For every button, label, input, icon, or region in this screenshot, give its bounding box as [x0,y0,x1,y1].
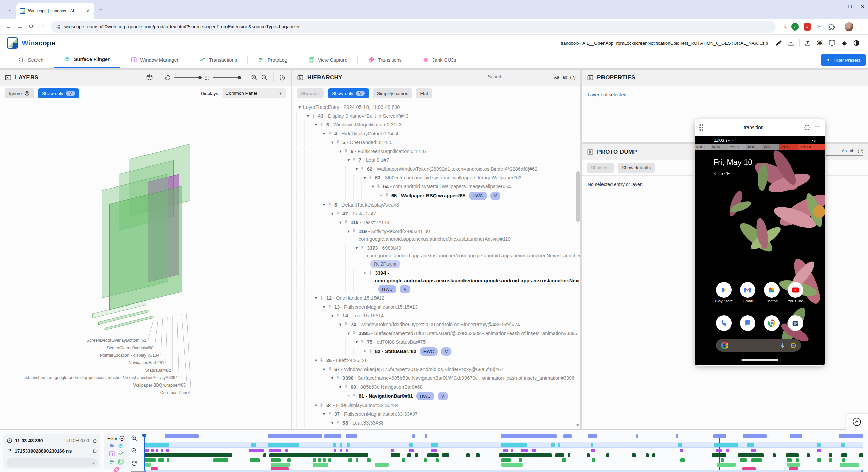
extension-check-icon[interactable]: ✓ [791,23,799,31]
trace-segment-protolog[interactable] [318,458,321,462]
trace-segment-protolog[interactable] [721,458,723,462]
displays-select[interactable]: Common Panel ▼ [222,88,286,98]
simplify-names-button[interactable]: Simplify names [373,88,412,98]
squares-icon[interactable] [118,458,124,465]
pin-icon[interactable] [352,156,359,162]
extension-ff-icon[interactable]: » [804,23,811,31]
trace-segment-screen-recording[interactable] [636,434,638,438]
collapse-panel-icon[interactable] [5,74,12,81]
trace-segment-transactions[interactable] [555,453,564,457]
trace-segment-window-manager[interactable] [716,449,722,452]
new-tab-icon[interactable]: + [99,6,103,13]
trace-segment-surface-flinger[interactable] [817,443,821,447]
regex-icon[interactable]: (.*) [857,149,863,153]
trace-segment-protolog[interactable] [501,458,511,462]
profile-avatar[interactable] [845,22,853,31]
pin-icon[interactable] [319,294,326,300]
trace-segment-window-manager[interactable] [521,449,528,452]
restore-icon[interactable]: ❐ [848,4,852,9]
extensions-puzzle-icon[interactable] [828,23,835,30]
trace-segment-transactions[interactable] [606,453,609,457]
expand-caret-icon[interactable]: ▼ [353,244,360,252]
tree-node[interactable]: ▼13 - FullscreenMagnification:15:15#13 [296,302,579,311]
trace-segment-surface-flinger[interactable] [145,443,169,447]
dark-mode-icon[interactable] [850,38,863,48]
tab-search[interactable]: Search [8,52,54,68]
expand-caret-icon[interactable]: ▼ [353,338,360,346]
pin-icon[interactable] [352,330,359,335]
expand-caret-icon[interactable]: ▼ [329,139,336,146]
site-settings-icon[interactable] [56,24,61,29]
trace-segment-protolog[interactable] [817,458,821,462]
expand-caret-icon[interactable]: ▼ [345,156,352,164]
scrollbar-thumb[interactable] [576,171,580,222]
rings-icon[interactable] [113,466,120,472]
tree-node[interactable]: ▼3395 - Surface(name=ed70f88 StatusBar)/… [296,329,579,338]
trace-segment-protolog[interactable] [519,458,522,462]
zoom-in-icon[interactable] [131,435,137,441]
tab-jank-cujs[interactable]: Jank CUJs [412,52,466,68]
upload-icon[interactable] [802,38,814,48]
trace-segment-view-capture[interactable] [313,463,328,467]
trace-segment-protolog[interactable] [271,458,281,462]
forward-icon[interactable]: → [14,21,26,33]
tree-node[interactable]: •82 - StatusBar#82HWCV [296,347,579,356]
minimize-overlay-icon[interactable]: — [815,123,820,132]
tree-node[interactable]: ▼47 - Task=1#47 [296,209,579,218]
trace-segment-screen-recording[interactable] [165,434,199,438]
reset-zoom-icon[interactable] [131,460,137,467]
expand-caret-icon[interactable]: ▼ [329,419,336,427]
trace-segment-window-manager[interactable] [817,449,820,452]
trace-segment-window-manager[interactable] [346,449,348,452]
tree-node[interactable]: ▼26 - Leaf:24:25#26 [296,356,579,365]
trace-segment-window-manager[interactable] [340,449,342,452]
trace-segment-surface-flinger[interactable] [333,443,336,447]
trace-segment-protolog[interactable] [313,458,316,462]
trace-segment-surface-flinger[interactable] [678,443,682,447]
close-icon[interactable]: ✕ [861,4,865,9]
expand-caret-icon[interactable]: ▼ [329,374,336,382]
trace-segment-protolog[interactable] [796,458,799,462]
pin-icon[interactable] [376,183,383,189]
trace-segment-surface-flinger[interactable] [251,443,256,447]
tree-node[interactable]: ▼75 - ed70f88 StatusBar#75 [296,338,579,347]
trace-segment-window-manager[interactable] [145,449,149,452]
tree-node[interactable]: ▼14 - Leaf:15:15#14 [296,311,579,320]
trace-segment-transactions[interactable] [476,453,480,457]
trace-segment-protolog[interactable] [145,458,156,462]
trace-segment-transactions[interactable] [391,453,400,457]
trace-segment-transactions[interactable] [646,453,649,457]
trace-segment-transactions[interactable] [145,453,232,457]
trace-segment-view-capture[interactable] [375,463,389,467]
home-icon[interactable]: ⌂ [37,21,49,33]
pin-icon[interactable] [344,321,351,327]
trace-segment-protolog[interactable] [436,458,439,462]
tree-node[interactable]: ▼4 - HideDisplayCutout:0:14#4 [296,129,579,138]
trace-segment-window-manager[interactable] [511,449,513,452]
trace-segment-screen-recording[interactable] [588,434,597,438]
trace-segment-transactions[interactable] [786,453,799,457]
regex-icon[interactable]: (.*) [570,75,576,80]
trace-segment-surface-flinger[interactable] [409,443,413,447]
trace-segment-screen-recording[interactable] [346,434,357,438]
expand-caret-icon[interactable]: ▼ [329,210,336,218]
trace-segment-protolog[interactable] [367,458,371,462]
trace-segment-surface-flinger[interactable] [841,443,845,447]
pin-icon[interactable] [328,201,334,207]
tree-node[interactable]: ▼74 - WindowToken{fdddbe6 type=2000 andr… [296,320,579,329]
pin-icon[interactable] [328,303,334,309]
trace-segment-window-manager[interactable] [269,449,281,452]
tab-search-icon[interactable]: ⌄ [5,5,15,14]
trace-segment-window-manager[interactable] [680,449,683,452]
trace-segment-surface-flinger[interactable] [747,443,754,447]
tree-node[interactable]: ▼64 - com.android.systemui.wallpapers.Im… [296,182,579,191]
tree-node[interactable]: ▼68 - 885b63e NavigationBar0#68 [296,382,579,391]
trace-segment-window-manager[interactable] [503,449,508,452]
trace-segment-surface-flinger[interactable] [714,443,738,447]
back-icon[interactable]: ← [3,21,14,33]
tab-transactions[interactable]: Transactions [189,52,247,68]
next-entry-icon[interactable]: › [92,460,94,466]
hierarchy-search-input[interactable] [487,74,531,80]
trace-segment-window-manager[interactable] [591,449,595,452]
trace-segment-screen-recording[interactable] [563,434,572,438]
